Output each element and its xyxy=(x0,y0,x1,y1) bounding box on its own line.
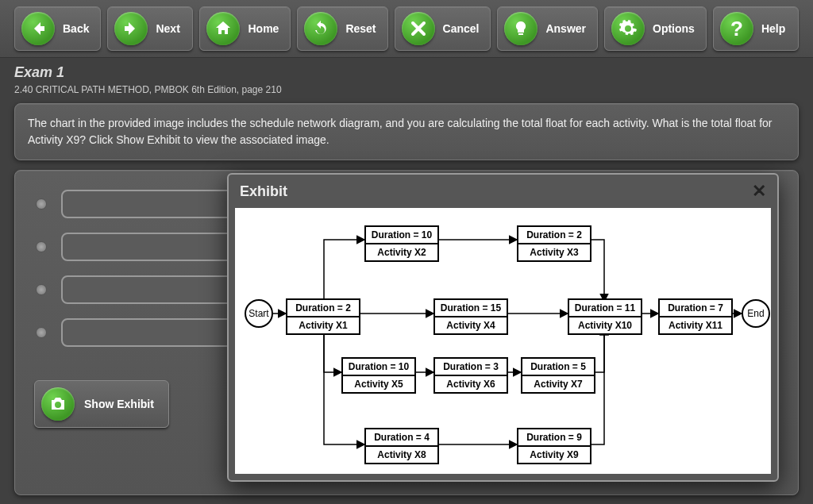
reset-label: Reset xyxy=(345,22,376,35)
camera-icon xyxy=(41,387,75,421)
options-button[interactable]: Options xyxy=(604,6,707,51)
activity-x11: Duration = 7 Activity X11 xyxy=(658,298,733,335)
help-icon: ? xyxy=(720,12,753,45)
home-button[interactable]: Home xyxy=(199,6,291,51)
activity-x9: Duration = 9 Activity X9 xyxy=(517,428,591,464)
radio-icon xyxy=(36,241,47,252)
arrow-left-icon xyxy=(21,12,55,45)
activity-x10: Duration = 11 Activity X10 xyxy=(568,298,642,335)
activity-x5: Duration = 10 Activity X5 xyxy=(341,357,416,394)
next-button[interactable]: Next xyxy=(107,6,193,51)
modal-title: Exhibit xyxy=(240,183,287,200)
home-label: Home xyxy=(248,22,279,35)
answer-label: Answer xyxy=(545,22,586,35)
question-panel: The chart in the provided image includes… xyxy=(14,103,799,160)
activity-x3: Duration = 2 Activity X3 xyxy=(517,225,591,262)
reset-icon xyxy=(304,12,337,45)
options-label: Options xyxy=(653,22,695,35)
back-label: Back xyxy=(63,22,89,35)
home-icon xyxy=(206,12,240,45)
show-exhibit-button[interactable]: Show Exhibit xyxy=(34,380,169,428)
radio-icon xyxy=(36,284,47,295)
activity-x8: Duration = 4 Activity X8 xyxy=(364,428,439,464)
back-button[interactable]: Back xyxy=(14,6,101,51)
cancel-button[interactable]: Cancel xyxy=(395,6,491,51)
arrow-right-icon xyxy=(114,12,148,45)
activity-x7: Duration = 5 Activity X7 xyxy=(521,357,595,394)
close-icon xyxy=(402,12,435,45)
cancel-label: Cancel xyxy=(443,22,480,35)
help-label: Help xyxy=(761,22,785,35)
radio-icon xyxy=(36,198,47,210)
help-button[interactable]: ? Help xyxy=(713,6,799,51)
activity-x2: Duration = 10 Activity X2 xyxy=(364,225,439,262)
toolbar: Back Next Home Reset Cancel Answer Optio… xyxy=(0,0,813,58)
exhibit-modal: Exhibit ✕ xyxy=(227,173,779,482)
activity-x1: Duration = 2 Activity X1 xyxy=(286,298,360,335)
diagram-end: End xyxy=(742,299,770,328)
exam-subtitle: 2.40 CRITICAL PATH METHOD, PMBOK 6th Edi… xyxy=(14,84,799,95)
answer-button[interactable]: Answer xyxy=(497,6,598,51)
activity-x6: Duration = 3 Activity X6 xyxy=(433,357,508,394)
diagram-start: Start xyxy=(245,299,273,328)
close-icon[interactable]: ✕ xyxy=(752,181,766,202)
gear-icon xyxy=(611,12,645,45)
activity-x4: Duration = 15 Activity X4 xyxy=(433,298,508,335)
reset-button[interactable]: Reset xyxy=(297,6,387,51)
bulb-icon xyxy=(504,12,538,45)
exam-title: Exam 1 xyxy=(14,64,799,81)
show-exhibit-label: Show Exhibit xyxy=(84,398,154,410)
exhibit-image: Start End Duration = 2 Activity X1 Durat… xyxy=(235,208,771,474)
radio-icon xyxy=(36,327,47,338)
question-text: The chart in the provided image includes… xyxy=(28,115,785,148)
next-label: Next xyxy=(156,22,179,35)
